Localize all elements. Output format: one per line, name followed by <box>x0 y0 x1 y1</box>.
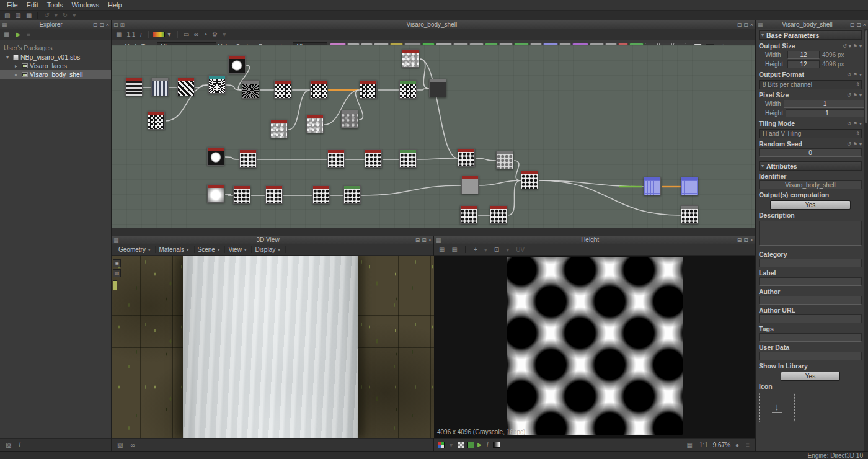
undo-dropdown-icon[interactable]: ▾ <box>53 12 60 19</box>
gradient-ramp-icon[interactable] <box>493 442 500 448</box>
close-icon[interactable]: × <box>428 237 432 243</box>
dropdown-icon[interactable]: ▾ <box>859 92 862 98</box>
scene-icon[interactable]: ▧ <box>115 442 125 448</box>
node-checker-d[interactable] <box>399 80 417 99</box>
float-icon[interactable]: ⊡ <box>422 237 427 243</box>
node-stripes-v[interactable] <box>151 78 169 96</box>
function-icon[interactable]: ⚑ <box>853 43 857 49</box>
properties-scrollbar[interactable] <box>864 29 868 451</box>
gear-dropdown-icon[interactable]: ▾ <box>221 31 228 38</box>
menu-help[interactable]: Help <box>104 1 126 9</box>
reset-icon[interactable]: ↺ <box>847 72 851 78</box>
dock-icon[interactable]: ⊟ <box>850 22 855 28</box>
graph-tab-title[interactable]: Visaro_body_shell <box>126 21 737 28</box>
menu-edit[interactable]: Edit <box>22 1 43 9</box>
author-url-input[interactable] <box>759 314 862 323</box>
explorer-play-icon[interactable]: ▶ <box>14 31 22 38</box>
settings-gear-icon[interactable]: ⚙ <box>210 31 219 38</box>
background-checker-icon[interactable] <box>458 442 464 448</box>
menu3d-geometry[interactable]: Geometry▾ <box>115 246 156 253</box>
pixel-height-input[interactable] <box>786 109 864 117</box>
show-in-library-button[interactable]: Yes <box>781 372 840 381</box>
output-height-input[interactable] <box>787 60 820 68</box>
section-attributes[interactable]: ▾ Attributes <box>759 161 862 171</box>
node-dots-9[interactable] <box>312 185 330 204</box>
close-icon[interactable]: × <box>863 22 866 28</box>
node-checker-c[interactable] <box>360 80 377 99</box>
reset-icon[interactable]: ↺ <box>843 43 847 49</box>
output-width-input[interactable] <box>787 51 820 59</box>
channels-dropdown-icon[interactable]: ▾ <box>448 442 454 448</box>
expand-arrow-icon[interactable]: ▾ <box>6 55 11 60</box>
node-dots-10[interactable] <box>343 185 361 204</box>
dropdown-icon[interactable]: ▾ <box>859 43 862 49</box>
node-shape-round[interactable] <box>207 184 224 203</box>
zoom-level[interactable]: 9.67% <box>713 442 730 448</box>
tags-input[interactable] <box>759 333 862 342</box>
dock-split-icon[interactable]: ⊞ <box>120 22 125 28</box>
dock-icon[interactable]: ⊟ <box>737 22 742 28</box>
node-checker-diag[interactable] <box>177 78 195 96</box>
fit-view-icon[interactable]: ▦ <box>684 442 694 448</box>
node-noise-a[interactable] <box>270 120 288 138</box>
timer-icon[interactable]: ◔ <box>202 31 209 38</box>
expand-arrow-icon[interactable]: ▸ <box>15 63 20 69</box>
reset-icon[interactable]: ↺ <box>847 121 851 127</box>
node-burst-1[interactable] <box>208 75 226 94</box>
reset-icon[interactable]: ↺ <box>847 92 851 98</box>
float-icon[interactable]: ⊡ <box>743 237 748 243</box>
frame-icon[interactable]: ▭ <box>182 31 191 38</box>
menu3d-view[interactable]: View▾ <box>225 246 252 253</box>
section-base-parameters[interactable]: ▾ Base Parameters <box>759 30 862 40</box>
play-icon[interactable]: ▶ <box>477 442 482 448</box>
new-file-icon[interactable]: ▤ <box>2 12 12 19</box>
node-dots-14[interactable] <box>681 205 698 224</box>
move-tool-icon[interactable]: + <box>472 246 479 253</box>
menu-windows[interactable]: Windows <box>67 1 104 9</box>
node-shape-blob[interactable] <box>207 147 224 166</box>
float-icon[interactable]: ⊡ <box>743 22 748 28</box>
display-icon[interactable]: ▧ <box>113 269 121 277</box>
menu-file[interactable]: File <box>2 1 22 9</box>
node-uniform-gray[interactable] <box>461 176 479 194</box>
dropdown-icon[interactable]: ▾ <box>849 43 851 49</box>
node-checker-a[interactable] <box>274 80 291 99</box>
actual-size-button[interactable]: 1:1 <box>698 442 710 448</box>
view-mode-icon[interactable]: ⊡ <box>492 246 501 253</box>
float-icon[interactable]: ⊡ <box>856 22 861 28</box>
scrollbar-icon[interactable]: ≡ <box>744 442 751 448</box>
actual-size-button[interactable]: 1:1 <box>125 31 137 38</box>
node-dots-4[interactable] <box>399 149 417 168</box>
node-checker-b[interactable] <box>310 80 327 99</box>
graph-canvas[interactable] <box>112 45 755 228</box>
view2d-viewport[interactable]: 4096 x 4096 (Grayscale, 16bpc) <box>434 256 755 438</box>
outputs-computation-button[interactable]: Yes <box>770 200 850 210</box>
user-data-input[interactable] <box>759 352 862 360</box>
output-format-select[interactable]: 8 Bits per channel ⇕ <box>759 80 862 89</box>
node-dots-7[interactable] <box>233 185 250 204</box>
tiling-v-icon[interactable]: ▦ <box>450 246 459 253</box>
close-icon[interactable]: × <box>106 22 109 28</box>
close-icon[interactable]: × <box>750 237 753 243</box>
node-noise-c[interactable] <box>341 110 358 128</box>
save-icon[interactable]: ▦ <box>24 12 33 19</box>
info-icon[interactable]: i <box>17 442 22 448</box>
dock-left-icon[interactable]: ⊟ <box>113 22 118 28</box>
node-output-a[interactable] <box>644 177 661 195</box>
info-icon[interactable]: i <box>485 442 490 448</box>
node-output-b[interactable] <box>681 177 698 195</box>
node-dots-12[interactable] <box>460 205 477 224</box>
info-icon[interactable]: i <box>138 31 143 38</box>
dock-icon[interactable]: ⊟ <box>415 237 420 243</box>
node-dots-6[interactable] <box>496 151 513 169</box>
function-icon[interactable]: ⚑ <box>853 141 857 147</box>
redo-dropdown-icon[interactable]: ▾ <box>71 12 78 19</box>
node-levels-dark[interactable] <box>429 79 446 97</box>
node-noise-b[interactable] <box>306 115 324 133</box>
node-shape-disc[interactable] <box>228 55 246 74</box>
menu3d-materials[interactable]: Materials▾ <box>156 246 194 253</box>
pseudo-color-swatch[interactable] <box>153 32 165 37</box>
tree-item-package[interactable]: ▾ NBp_visaro_v01.sbs <box>0 53 111 61</box>
menu3d-scene[interactable]: Scene▾ <box>195 246 226 253</box>
author-input[interactable] <box>759 296 862 305</box>
